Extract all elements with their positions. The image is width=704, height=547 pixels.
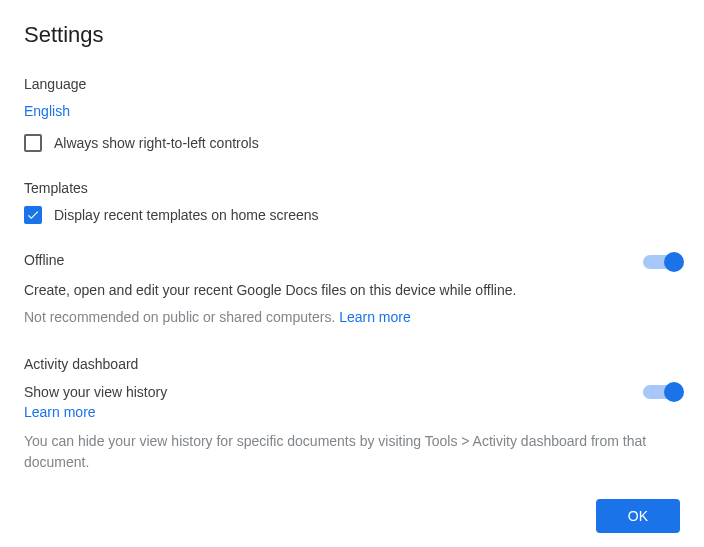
ok-button[interactable]: OK (596, 499, 680, 533)
language-heading: Language (24, 76, 680, 92)
offline-section: Offline Create, open and edit your recen… (24, 252, 680, 328)
activity-description: You can hide your view history for speci… (24, 431, 680, 473)
offline-learn-more-link[interactable]: Learn more (339, 309, 411, 325)
language-section: Language English Always show right-to-le… (24, 76, 680, 152)
offline-note: Not recommended on public or shared comp… (24, 309, 339, 325)
recent-templates-checkbox[interactable] (24, 206, 42, 224)
recent-templates-label: Display recent templates on home screens (54, 207, 319, 223)
offline-description: Create, open and edit your recent Google… (24, 280, 627, 301)
activity-learn-more-link[interactable]: Learn more (24, 404, 96, 420)
activity-section: Activity dashboard Show your view histor… (24, 356, 680, 473)
language-link[interactable]: English (24, 103, 70, 119)
toggle-thumb (664, 382, 684, 402)
page-title: Settings (24, 22, 680, 48)
toggle-thumb (664, 252, 684, 272)
check-icon (26, 208, 40, 222)
dialog-footer: OK (596, 499, 680, 533)
templates-heading: Templates (24, 180, 680, 196)
rtl-checkbox-label: Always show right-to-left controls (54, 135, 259, 151)
offline-toggle[interactable] (643, 255, 680, 269)
rtl-checkbox[interactable] (24, 134, 42, 152)
offline-heading: Offline (24, 252, 627, 268)
activity-show-label: Show your view history (24, 382, 627, 403)
activity-toggle[interactable] (643, 385, 680, 399)
activity-heading: Activity dashboard (24, 356, 680, 372)
templates-section: Templates Display recent templates on ho… (24, 180, 680, 224)
